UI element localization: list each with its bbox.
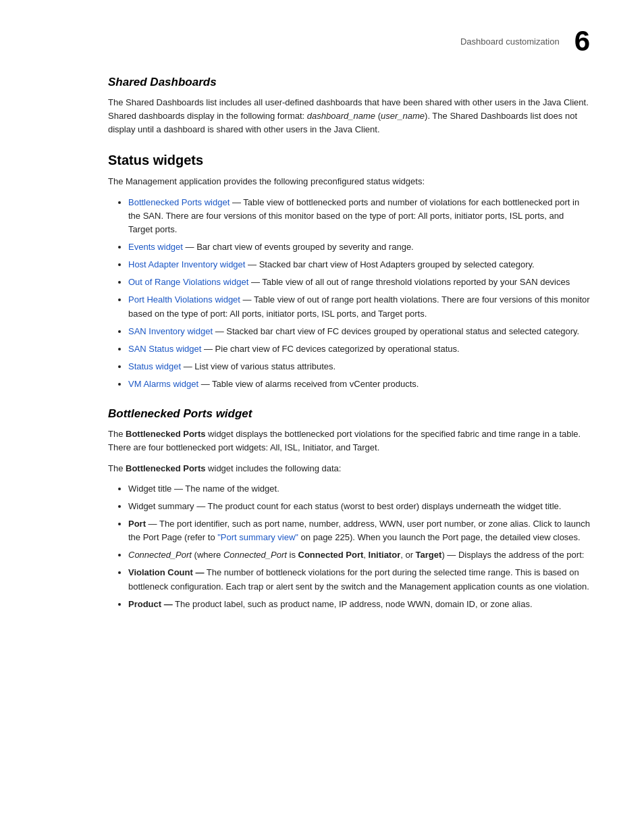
bp-item3-mid: is xyxy=(287,550,298,560)
san-inventory-desc: — Stacked bar chart view of FC devices g… xyxy=(213,326,579,336)
port-summary-link[interactable]: "Port summary view" xyxy=(217,532,298,542)
list-item: Out of Range Violations widget — Table v… xyxy=(128,276,590,289)
shared-dashboards-body: The Shared Dashboards list includes all … xyxy=(108,96,590,136)
bp-item3-bold3: Target xyxy=(416,550,442,560)
bp-item5-text: The product label, such as product name,… xyxy=(173,599,533,609)
status-widgets-intro: The Management application provides the … xyxy=(108,175,590,188)
bp-item3-mid2: , xyxy=(363,550,368,560)
bottlenecked-ports-title: Bottlenecked Ports widget xyxy=(108,407,590,421)
san-status-desc: — Pie chart view of FC devices categoriz… xyxy=(201,344,459,354)
bp-item4-label: Violation Count — xyxy=(128,567,204,577)
bottlenecked-ports-section: Bottlenecked Ports widget The Bottleneck… xyxy=(108,407,590,611)
bp-item3-label: Connected_Port xyxy=(128,550,192,560)
list-item: Status widget — List view of various sta… xyxy=(128,360,590,373)
list-item: Host Adapter Inventory widget — Stacked … xyxy=(128,258,590,271)
status-widgets-title: Status widgets xyxy=(108,153,590,168)
vm-alarms-desc: — Table view of alarms received from vCe… xyxy=(198,379,419,389)
bp-item3-bold2: Initiator xyxy=(369,550,401,560)
bottlenecked-ports-para2: The Bottlenecked Ports widget includes t… xyxy=(108,462,590,475)
san-status-link[interactable]: SAN Status widget xyxy=(128,344,201,354)
events-widget-desc: — Bar chart view of events grouped by se… xyxy=(183,242,414,252)
bp-para2-bold: Bottlenecked Ports xyxy=(126,463,205,473)
list-item: Bottlenecked Ports widget — Table view o… xyxy=(128,196,590,236)
out-of-range-link[interactable]: Out of Range Violations widget xyxy=(128,277,248,287)
bottlenecked-ports-link[interactable]: Bottlenecked Ports widget xyxy=(128,197,230,207)
list-item: Widget summary — The product count for e… xyxy=(128,500,590,513)
bp-item3-italic: Connected_Port xyxy=(223,550,287,560)
bp-item3-end: ) — Displays the address of the port: xyxy=(441,550,584,560)
chapter-number: 6 xyxy=(574,27,590,55)
list-item: SAN Inventory widget — Stacked bar chart… xyxy=(128,325,590,338)
list-item: SAN Status widget — Pie chart view of FC… xyxy=(128,342,590,356)
list-item: Product — The product label, such as pro… xyxy=(128,598,590,611)
bp-item3-mid3: , or xyxy=(400,550,415,560)
shared-dashboards-italic1: dashboard_name xyxy=(307,111,375,121)
bp-para1-bold: Bottlenecked Ports xyxy=(126,429,205,439)
page-header: Dashboard customization 6 xyxy=(108,27,590,55)
bp-item2-post: on page 225). When you launch the Port p… xyxy=(298,532,581,542)
list-item: Port — The port identifier, such as port… xyxy=(128,517,590,544)
chapter-label: Dashboard customization xyxy=(460,36,560,47)
shared-dashboards-section: Shared Dashboards The Shared Dashboards … xyxy=(108,76,590,136)
list-item: Widget title — The name of the widget. xyxy=(128,482,590,496)
shared-dashboards-title: Shared Dashboards xyxy=(108,76,590,89)
status-widget-desc: — List view of various status attributes… xyxy=(181,361,336,371)
list-item: Events widget — Bar chart view of events… xyxy=(128,240,590,254)
host-adapter-link[interactable]: Host Adapter Inventory widget xyxy=(128,259,245,269)
shared-dashboards-italic2: user_name xyxy=(381,111,425,121)
list-item: Port Health Violations widget — Table vi… xyxy=(128,293,590,320)
bp-item0-text: Widget title — The name of the widget. xyxy=(128,484,279,494)
host-adapter-desc: — Stacked bar chart view of Host Adapter… xyxy=(245,259,534,269)
bp-item2-label: Port xyxy=(128,519,146,529)
shared-dashboards-text1b: ( xyxy=(375,111,381,121)
bp-para1-pre: The xyxy=(108,429,126,439)
page-container: Dashboard customization 6 Shared Dashboa… xyxy=(0,0,644,658)
bp-item1-text: Widget summary — The product count for e… xyxy=(128,501,561,511)
status-widgets-section: Status widgets The Management applicatio… xyxy=(108,153,590,391)
san-inventory-link[interactable]: SAN Inventory widget xyxy=(128,326,213,336)
status-widgets-list: Bottlenecked Ports widget — Table view o… xyxy=(128,196,590,392)
bottlenecked-ports-para1: The Bottlenecked Ports widget displays t… xyxy=(108,427,590,454)
bp-item5-label: Product — xyxy=(128,599,173,609)
status-widget-link[interactable]: Status widget xyxy=(128,361,181,371)
bp-para2-pre: The xyxy=(108,463,126,473)
bp-item3-pre: (where xyxy=(192,550,223,560)
list-item: VM Alarms widget — Table view of alarms … xyxy=(128,377,590,391)
events-widget-link[interactable]: Events widget xyxy=(128,242,183,252)
bp-para2-post: widget includes the following data: xyxy=(206,463,342,473)
bp-item3-bold1: Connected Port xyxy=(298,550,364,560)
list-item: Connected_Port (where Connected_Port is … xyxy=(128,548,590,562)
out-of-range-desc: — Table view of all out of range thresho… xyxy=(248,277,570,287)
vm-alarms-link[interactable]: VM Alarms widget xyxy=(128,379,198,389)
bottlenecked-ports-list: Widget title — The name of the widget. W… xyxy=(128,482,590,611)
list-item: Violation Count — The number of bottlene… xyxy=(128,566,590,593)
port-health-link[interactable]: Port Health Violations widget xyxy=(128,294,240,305)
